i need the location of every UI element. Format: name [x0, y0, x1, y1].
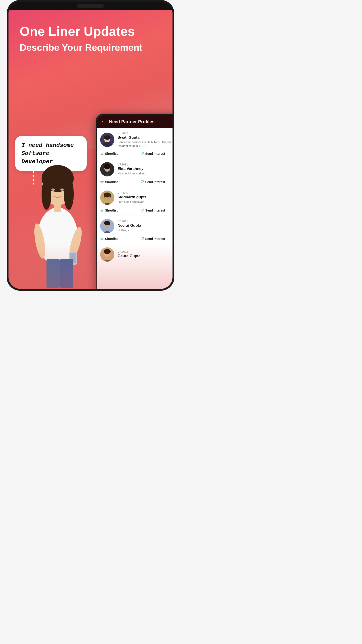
profile-list: VR2633 Swati Gupta Service or business i…	[97, 128, 173, 264]
send-interest-btn-4[interactable]: ♡ Send Interest	[140, 236, 173, 241]
profile-item-4: VR2611 Neeraj Gupta Nothings ☆ Shortlist	[97, 216, 173, 244]
profile-details-4: VR2611 Neeraj Gupta Nothings	[117, 220, 173, 232]
inner-phone-header: ← Need Partner Profiles	[97, 115, 173, 128]
profile-details-5: VR2602 Gaura Gupta	[117, 250, 173, 259]
profile-details-1: VR2633 Swati Gupta Service or business i…	[117, 132, 173, 148]
profile-name-5: Gaura Gupta	[117, 254, 173, 258]
star-icon-3: ☆	[100, 208, 104, 213]
profile-actions-2: ☆ Shortlist ♡ Send Interest	[97, 179, 173, 187]
profile-item-5: VR2602 Gaura Gupta	[97, 244, 173, 264]
profile-actions-3: ☆ Shortlist ♡ Send Interest	[97, 207, 173, 216]
profile-desc-3: I am a self employed	[117, 200, 173, 204]
heart-icon-4: ♡	[140, 236, 144, 241]
svg-point-20	[104, 164, 110, 169]
profile-item-3: VR2620 Siddharth gupta I am a self emplo…	[97, 188, 173, 216]
send-interest-label-2: Send Interest	[145, 180, 165, 184]
profile-name-4: Neeraj Gupta	[117, 224, 173, 228]
girl-illustration	[22, 143, 93, 288]
back-button[interactable]: ←	[101, 119, 106, 124]
profile-details-3: VR2620 Siddharth gupta I am a self emplo…	[117, 191, 173, 204]
heart-icon-2: ♡	[140, 180, 144, 184]
shortlist-btn-3[interactable]: ☆ Shortlist	[100, 208, 140, 213]
svg-point-3	[41, 178, 51, 210]
profile-desc-1: Service or business in Delhi NCR. Prefer…	[117, 140, 173, 148]
send-interest-btn-3[interactable]: ♡ Send Interest	[140, 208, 173, 213]
profile-details-2: VR2631 Ekta Varshney He should be workin…	[117, 163, 173, 176]
hero-title: One Liner Updates	[20, 24, 161, 38]
star-icon-2: ☆	[100, 180, 104, 184]
shortlist-label-3: Shortlist	[105, 209, 118, 212]
profile-info-4: VR2611 Neeraj Gupta Nothings	[97, 216, 173, 236]
avatar-2	[100, 162, 114, 176]
outer-phone: One Liner Updates Describe Your Requirem…	[7, 0, 174, 291]
heart-icon-1: ♡	[140, 151, 144, 156]
avatar-5	[100, 247, 114, 262]
profile-info-5: VR2602 Gaura Gupta	[97, 244, 173, 264]
profile-id-2: VR2631	[117, 163, 173, 166]
hero-subtitle: Describe Your Requirement	[20, 42, 161, 53]
profile-name-3: Siddharth gupta	[117, 195, 173, 200]
shortlist-label-4: Shortlist	[105, 237, 118, 240]
inner-phone-screen: ← Need Partner Profiles	[97, 115, 173, 289]
svg-point-32	[104, 249, 111, 254]
outer-phone-screen: One Liner Updates Describe Your Requirem…	[8, 2, 173, 289]
send-interest-label-1: Send Interest	[145, 152, 165, 156]
hero-text-area: One Liner Updates Describe Your Requirem…	[20, 24, 161, 53]
svg-rect-12	[46, 259, 60, 288]
send-interest-btn-1[interactable]: ♡ Send Interest	[140, 151, 173, 156]
profile-item-2: VR2631 Ekta Varshney He should be workin…	[97, 159, 173, 188]
send-interest-label-4: Send Interest	[145, 237, 165, 240]
profile-info-2: VR2631 Ekta Varshney He should be workin…	[97, 159, 173, 179]
notch-pill	[77, 4, 104, 8]
profile-item-1: VR2633 Swati Gupta Service or business i…	[97, 128, 173, 159]
shortlist-btn-1[interactable]: ☆ Shortlist	[100, 151, 140, 156]
avatar-4	[100, 219, 114, 233]
avatar-3	[100, 190, 114, 205]
profile-desc-4: Nothings	[117, 228, 173, 232]
svg-rect-5	[54, 203, 61, 212]
svg-rect-13	[60, 259, 73, 288]
svg-point-29	[104, 221, 110, 226]
girl-area	[8, 127, 102, 288]
svg-point-6	[51, 188, 55, 191]
profile-info-3: VR2620 Siddharth gupta I am a self emplo…	[97, 188, 173, 207]
shortlist-btn-4[interactable]: ☆ Shortlist	[100, 236, 140, 241]
star-icon-4: ☆	[100, 236, 104, 241]
inner-phone: ← Need Partner Profiles	[96, 114, 173, 289]
profile-id-1: VR2633	[117, 132, 173, 135]
heart-icon-3: ♡	[140, 208, 144, 213]
profile-name-1: Swati Gupta	[117, 135, 173, 140]
svg-point-16	[104, 135, 111, 140]
shortlist-btn-2[interactable]: ☆ Shortlist	[100, 180, 140, 184]
shortlist-label-2: Shortlist	[105, 180, 118, 184]
shortlist-label-1: Shortlist	[105, 152, 118, 156]
profile-actions-1: ☆ Shortlist ♡ Send Interest	[97, 150, 173, 159]
send-interest-label-3: Send Interest	[145, 209, 165, 212]
profile-info-1: VR2633 Swati Gupta Service or business i…	[97, 128, 173, 150]
svg-point-4	[64, 178, 74, 210]
inner-header-title: Need Partner Profiles	[109, 119, 154, 124]
profile-id-3: VR2620	[117, 191, 173, 194]
svg-point-7	[60, 188, 64, 191]
avatar-1	[100, 132, 114, 147]
star-icon-1: ☆	[100, 151, 104, 156]
profile-id-4: VR2611	[117, 220, 173, 223]
notch-bar	[8, 2, 173, 10]
profile-id-5: VR2602	[117, 250, 173, 253]
profile-name-2: Ekta Varshney	[117, 166, 173, 171]
profile-desc-2: He should be working	[117, 172, 173, 176]
profile-actions-4: ☆ Shortlist ♡ Send Interest	[97, 236, 173, 244]
send-interest-btn-2[interactable]: ♡ Send Interest	[140, 180, 173, 184]
